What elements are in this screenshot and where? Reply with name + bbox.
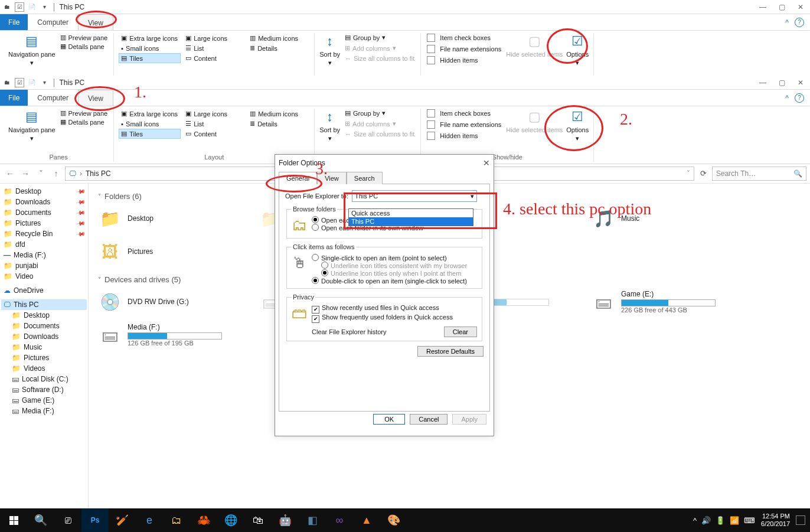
navtree-item[interactable]: Software (D:) bbox=[9, 384, 87, 395]
small-icons[interactable]: ▪Small icons bbox=[119, 119, 181, 129]
tab-view[interactable]: View bbox=[317, 172, 347, 184]
dropdown-option-quickaccess[interactable]: Quick access bbox=[349, 209, 473, 217]
up-button[interactable]: ↑ bbox=[50, 167, 63, 180]
app-paint[interactable]: 🎨 bbox=[380, 508, 407, 532]
radio-single-click[interactable]: Single-click to open an item (point to s… bbox=[312, 254, 467, 262]
properties-icon[interactable]: ☑ bbox=[15, 78, 24, 87]
navtree-item[interactable]: Documents📌 bbox=[1, 207, 87, 218]
properties-icon[interactable]: ☑ bbox=[15, 2, 24, 12]
close-button[interactable]: ✕ bbox=[791, 76, 810, 90]
list-view[interactable]: ☰List bbox=[183, 119, 245, 129]
extra-large-icons[interactable]: ▣Extra large icons bbox=[119, 109, 181, 119]
options-button[interactable]: ☑ Options▾ bbox=[566, 33, 589, 66]
open-explorer-dropdown[interactable]: Quick access This PC bbox=[348, 208, 473, 226]
large-icons[interactable]: ▣Large icons bbox=[183, 109, 245, 119]
navtree-item[interactable]: Downloads📌 bbox=[1, 197, 87, 207]
clear-button[interactable]: Clear bbox=[444, 327, 477, 337]
tray-battery-icon[interactable]: 🔋 bbox=[716, 516, 725, 525]
quickaccess-icon[interactable]: 📄 bbox=[27, 2, 37, 12]
content-view[interactable]: ▭Content bbox=[183, 129, 245, 139]
maximize-button[interactable]: ▢ bbox=[772, 76, 791, 90]
start-button[interactable] bbox=[0, 508, 27, 532]
content-view[interactable]: ▭Content bbox=[183, 53, 245, 63]
action-center-icon[interactable] bbox=[796, 515, 805, 525]
app-chrome[interactable]: 🌐 bbox=[217, 508, 244, 532]
maximize-button[interactable]: ▢ bbox=[772, 0, 791, 14]
navtree-item[interactable]: Local Disk (C:) bbox=[9, 374, 87, 384]
navtree-item[interactable]: Pictures📌 bbox=[1, 218, 87, 229]
refresh-button[interactable]: ⟳ bbox=[697, 167, 710, 180]
file-tab[interactable]: File bbox=[0, 90, 28, 106]
navtree-item[interactable]: Recycle Bin📌 bbox=[1, 229, 87, 239]
restore-defaults-button[interactable]: Restore Defaults bbox=[417, 346, 484, 357]
tiles-view[interactable]: ▤Tiles bbox=[119, 53, 181, 63]
app-androidstudio[interactable]: 🤖 bbox=[272, 508, 299, 532]
dialog-close-button[interactable]: ✕ bbox=[483, 158, 490, 168]
details-pane-button[interactable]: ▦Details pane bbox=[59, 42, 109, 51]
navigation-pane-button[interactable]: ▤ Navigation pane ▾ bbox=[8, 33, 55, 66]
preview-pane-button[interactable]: ▥Preview pane bbox=[59, 109, 109, 118]
tray-network-icon[interactable]: 📶 bbox=[730, 516, 739, 525]
navtree-item[interactable]: Media (F:) bbox=[9, 406, 87, 416]
item-checkboxes[interactable]: Item check boxes bbox=[426, 109, 502, 118]
forward-button[interactable]: → bbox=[19, 167, 32, 180]
app-photoshop[interactable]: Ps bbox=[81, 508, 109, 532]
navtree-item[interactable]: Documents bbox=[9, 321, 87, 331]
navtree-item[interactable]: punjabi bbox=[1, 260, 87, 271]
app-store[interactable]: 🛍 bbox=[244, 508, 272, 532]
item-checkboxes[interactable]: Item check boxes bbox=[426, 33, 502, 43]
thispc-item[interactable]: This PC bbox=[1, 299, 87, 310]
back-button[interactable]: ← bbox=[4, 167, 17, 180]
navigation-pane-button[interactable]: ▤Navigation pane▾ bbox=[8, 109, 55, 142]
computer-tab[interactable]: Computer bbox=[28, 90, 78, 106]
app-netbeans[interactable]: ◧ bbox=[299, 508, 326, 532]
tray[interactable]: ^ 🔊 🔋 📶 ⌨ bbox=[693, 516, 755, 525]
tab-search[interactable]: Search bbox=[347, 172, 383, 184]
app-visualstudio[interactable]: ∞ bbox=[326, 508, 353, 532]
cbx-recent-files[interactable]: Show recently used files in Quick access bbox=[312, 304, 477, 314]
ok-button[interactable]: OK bbox=[373, 414, 405, 425]
extra-large-icons[interactable]: ▣Extra large icons bbox=[119, 33, 181, 43]
navtree-item[interactable]: Pictures bbox=[9, 353, 87, 363]
list-view[interactable]: ☰List bbox=[183, 43, 245, 53]
tiles-view[interactable]: ▤Tiles bbox=[119, 129, 181, 139]
app-cricket[interactable]: 🏏 bbox=[109, 508, 136, 532]
taskview-icon[interactable]: ⎚ bbox=[54, 508, 81, 532]
onedrive-item[interactable]: OneDrive bbox=[1, 285, 87, 296]
view-tab[interactable]: View bbox=[78, 90, 113, 106]
history-down[interactable]: ˅ bbox=[34, 167, 47, 180]
hidden-items[interactable]: Hidden items bbox=[426, 131, 502, 141]
drive-tile[interactable]: 🖴Media (F:)126 GB free of 195 GB bbox=[98, 323, 246, 347]
navtree-item[interactable]: Media (F:) bbox=[1, 250, 87, 260]
preview-pane-button[interactable]: ▥Preview pane bbox=[59, 33, 109, 42]
hidden-items[interactable]: Hidden items bbox=[426, 56, 502, 65]
close-button[interactable]: ✕ bbox=[791, 0, 810, 14]
navtree-item[interactable]: Music bbox=[9, 342, 87, 353]
navtree-item[interactable]: Game (E:) bbox=[9, 395, 87, 406]
tray-sound-icon[interactable]: 🔊 bbox=[701, 516, 711, 525]
navtree-item[interactable]: Video bbox=[1, 271, 87, 282]
folder-tile[interactable]: 📁Desktop bbox=[98, 207, 246, 230]
drive-tile[interactable]: 💿DVD RW Drive (G:) bbox=[98, 290, 246, 314]
app-realtek[interactable]: 🦀 bbox=[190, 508, 217, 532]
navtree-item[interactable]: Videos bbox=[9, 363, 87, 374]
folder-tile[interactable]: 🎵Music bbox=[592, 207, 745, 230]
options-button[interactable]: ☑Options▾ bbox=[566, 109, 589, 142]
group-by-button[interactable]: ▤Group by ▾ bbox=[344, 33, 416, 42]
view-tab[interactable]: View bbox=[78, 14, 113, 30]
details-view[interactable]: ≣Details bbox=[247, 119, 309, 129]
computer-tab[interactable]: Computer bbox=[28, 14, 78, 30]
details-pane-button[interactable]: ▦Details pane bbox=[59, 118, 109, 126]
sort-by-button[interactable]: ↕ Sort by▾ bbox=[319, 33, 340, 66]
medium-icons[interactable]: ▥Medium icons bbox=[247, 109, 309, 119]
cancel-button[interactable]: Cancel bbox=[410, 414, 448, 425]
dropdown-option-thispc[interactable]: This PC bbox=[349, 217, 473, 226]
tray-chevron-icon[interactable]: ^ bbox=[693, 516, 697, 525]
details-view[interactable]: ≣Details bbox=[247, 43, 309, 53]
search-icon[interactable]: 🔍 bbox=[27, 508, 54, 532]
file-extensions[interactable]: File name extensions bbox=[426, 44, 502, 54]
ribbon-collapse-icon[interactable]: ^ bbox=[785, 94, 789, 102]
help-icon[interactable]: ? bbox=[795, 93, 804, 103]
navigation-tree[interactable]: Desktop📌Downloads📌Documents📌Pictures📌Rec… bbox=[0, 184, 89, 520]
navtree-item[interactable]: Desktop📌 bbox=[1, 186, 87, 197]
